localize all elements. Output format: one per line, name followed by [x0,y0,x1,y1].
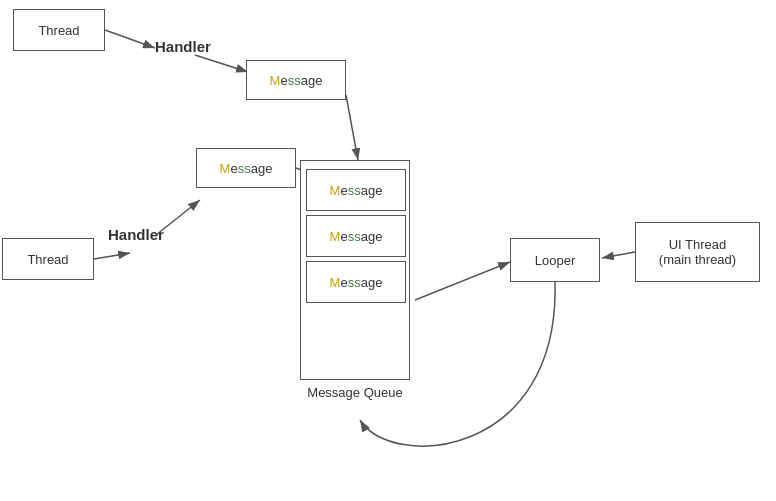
message-queue-container: Message Message Message [300,160,410,380]
mq-message1-box: Message [306,169,406,211]
message2-label: Message [220,161,273,176]
message1-box: Message [246,60,346,100]
ui-thread-label: UI Thread(main thread) [659,237,736,267]
mq-message2-box: Message [306,215,406,257]
looper-label: Looper [535,253,575,268]
svg-line-4 [346,95,358,160]
svg-line-6 [94,253,130,259]
ui-thread-box: UI Thread(main thread) [635,222,760,282]
mq-message2-label: Message [330,229,383,244]
svg-line-3 [195,55,248,72]
handler1-label: Handler [155,38,211,55]
thread1-box: Thread [13,9,105,51]
diagram: Thread Handler Message Message Handler T… [0,0,776,501]
svg-line-8 [415,262,510,300]
svg-line-9 [602,252,635,258]
message-queue-label: Message Queue [290,385,420,400]
thread2-label: Thread [27,252,68,267]
thread1-label: Thread [38,23,79,38]
message2-box: Message [196,148,296,188]
svg-line-2 [105,30,155,48]
mq-message3-box: Message [306,261,406,303]
looper-box: Looper [510,238,600,282]
thread2-box: Thread [2,238,94,280]
handler2-label: Handler [108,226,164,243]
mq-message1-label: Message [330,183,383,198]
message1-label: Message [270,73,323,88]
mq-message3-label: Message [330,275,383,290]
